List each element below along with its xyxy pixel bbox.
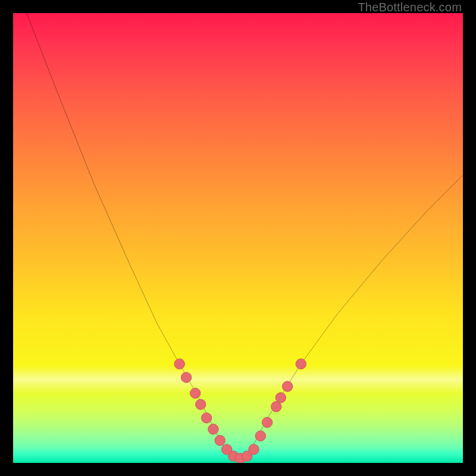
chart-frame: TheBottleneck.com — [0, 0, 476, 476]
marker-dot — [201, 413, 211, 423]
marker-dot — [262, 417, 272, 427]
marker-dot — [174, 359, 184, 369]
marker-dot — [249, 444, 259, 455]
watermark-text: TheBottleneck.com — [358, 1, 462, 14]
marker-dot — [215, 436, 225, 446]
marker-dot — [282, 381, 292, 392]
marker-dot — [255, 431, 265, 441]
curve-layer — [13, 13, 463, 463]
plot-area — [13, 13, 463, 463]
bottleneck-curve — [27, 13, 463, 458]
marker-dot — [275, 393, 286, 403]
marker-dots-group — [174, 359, 306, 463]
marker-dot — [190, 388, 200, 398]
marker-dot — [208, 424, 218, 434]
marker-dot — [271, 402, 281, 412]
marker-dot — [196, 399, 206, 409]
marker-dot — [181, 372, 191, 383]
marker-dot — [296, 359, 306, 369]
